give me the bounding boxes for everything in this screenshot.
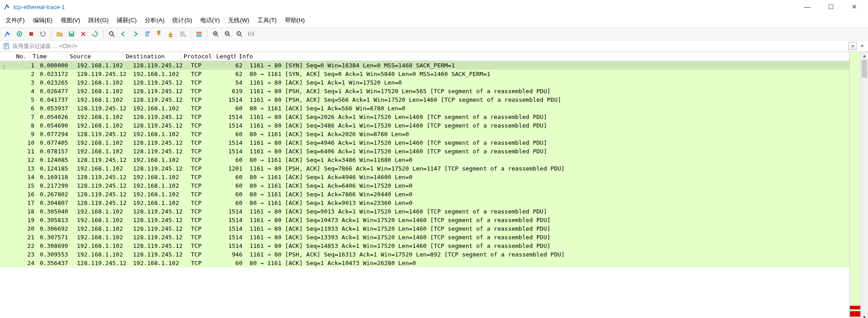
scroll-down-icon[interactable]: ▼ xyxy=(861,313,868,318)
packet-row[interactable]: 200.306692192.168.1.102128.119.245.12TCP… xyxy=(0,224,849,233)
packet-row[interactable]: 40.026477192.168.1.102128.119.245.12TCP6… xyxy=(0,87,849,95)
cell-time: 0.308699 xyxy=(37,242,74,250)
zoom-in-icon[interactable] xyxy=(211,29,221,39)
packet-row[interactable]: 130.124185192.168.1.102128.119.245.12TCP… xyxy=(0,164,849,173)
menu-analyze[interactable]: 分析(A) xyxy=(143,15,166,25)
minimize-button[interactable]: — xyxy=(801,3,814,10)
cell-destination: 128.119.245.12 xyxy=(130,251,188,258)
colorize-icon[interactable] xyxy=(194,29,204,39)
packet-rows[interactable]: ┌10.000000192.168.1.102128.119.245.12TCP… xyxy=(0,61,849,318)
packet-row[interactable]: 170.304807128.119.245.12192.168.1.102TCP… xyxy=(0,199,849,207)
cell-destination: 192.168.1.102 xyxy=(130,190,188,198)
cell-info: 80 → 1161 [ACK] Seq=1 Ack=7866 Win=20440… xyxy=(243,190,849,198)
packet-row[interactable]: 190.305813192.168.1.102128.119.245.12TCP… xyxy=(0,216,849,224)
packet-row[interactable]: 160.267802128.119.245.12192.168.1.102TCP… xyxy=(0,190,849,199)
cell-time: 0.054690 xyxy=(37,122,74,129)
menu-wireless[interactable]: 无线(W) xyxy=(226,15,251,25)
app-fin-icon[interactable] xyxy=(3,29,13,39)
menu-capture[interactable]: 捕获(C) xyxy=(115,15,138,25)
header-length[interactable]: Length xyxy=(213,52,236,61)
resize-columns-icon[interactable] xyxy=(246,29,256,39)
go-forward-icon[interactable] xyxy=(130,29,140,39)
zoom-out-icon[interactable] xyxy=(223,29,232,39)
packet-row[interactable]: 240.356437128.119.245.12192.168.1.102TCP… xyxy=(0,259,849,267)
close-file-icon[interactable] xyxy=(78,29,88,39)
go-back-icon[interactable] xyxy=(119,29,128,39)
open-file-icon[interactable] xyxy=(55,29,65,39)
vertical-scrollbar[interactable]: ▲ ▼ xyxy=(860,52,868,318)
packet-row[interactable]: 30.023265192.168.1.102128.119.245.12TCP5… xyxy=(0,78,849,87)
packet-row[interactable]: 230.309553192.168.1.102128.119.245.12TCP… xyxy=(0,250,849,259)
cell-no: 3 xyxy=(7,79,37,86)
cell-destination: 128.119.245.12 xyxy=(130,113,188,121)
packet-minimap[interactable] xyxy=(849,52,860,318)
add-filter-button[interactable]: + xyxy=(858,42,866,50)
save-icon[interactable] xyxy=(66,29,76,39)
close-button[interactable]: ✕ xyxy=(848,3,861,10)
restart-capture-icon[interactable] xyxy=(38,29,48,39)
tree-mark-icon xyxy=(0,122,7,129)
menu-help[interactable]: 帮助(H) xyxy=(283,15,307,25)
start-capture-icon[interactable] xyxy=(26,29,36,39)
cell-length: 1514 xyxy=(221,147,243,155)
cell-protocol: TCP xyxy=(188,199,221,207)
packet-row[interactable]: 60.053937128.119.245.12192.168.1.102TCP6… xyxy=(0,104,849,113)
packet-row[interactable]: 120.124085128.119.245.12192.168.1.102TCP… xyxy=(0,156,849,164)
cell-no: 21 xyxy=(7,233,37,241)
capture-options-icon[interactable] xyxy=(14,29,24,39)
menu-stats[interactable]: 统计(S) xyxy=(171,15,194,25)
maximize-button[interactable]: ☐ xyxy=(825,3,837,10)
zoom-reset-icon[interactable]: 1 xyxy=(234,29,244,39)
header-protocol[interactable]: Protocol xyxy=(181,52,213,61)
tree-mark-icon xyxy=(0,208,7,215)
packet-row[interactable]: 110.078157192.168.1.102128.119.245.12TCP… xyxy=(0,147,849,156)
header-no[interactable]: No. xyxy=(0,52,30,61)
bookmark-filter-icon[interactable] xyxy=(2,42,11,51)
autoscroll-icon[interactable] xyxy=(177,29,187,39)
packet-row[interactable]: 80.054690192.168.1.102128.119.245.12TCP1… xyxy=(0,121,849,130)
packet-row[interactable]: 150.217299128.119.245.12192.168.1.102TCP… xyxy=(0,181,849,190)
tree-mark-icon xyxy=(0,148,7,155)
toolbar-separator xyxy=(207,30,208,38)
reload-icon[interactable] xyxy=(90,29,100,39)
menu-file[interactable]: 文件(F) xyxy=(4,15,27,25)
display-filter-input[interactable] xyxy=(11,42,848,50)
scroll-up-icon[interactable]: ▲ xyxy=(861,52,868,60)
find-icon[interactable] xyxy=(107,29,117,39)
cell-protocol: TCP xyxy=(188,173,221,181)
go-last-icon[interactable] xyxy=(166,29,175,39)
menu-tools[interactable]: 工具(T) xyxy=(256,15,279,25)
packet-row[interactable]: 100.077405192.168.1.102128.119.245.12TCP… xyxy=(0,138,849,147)
packet-row[interactable]: 180.305040192.168.1.102128.119.245.12TCP… xyxy=(0,207,849,216)
header-source[interactable]: Source xyxy=(67,52,123,61)
menu-view[interactable]: 视图(V) xyxy=(59,15,82,25)
menu-edit[interactable]: 编辑(E) xyxy=(31,15,54,25)
menu-go[interactable]: 跳转(G) xyxy=(86,15,110,25)
app-fin-icon xyxy=(4,3,11,10)
packet-row[interactable]: 20.023172128.119.245.12192.168.1.102TCP6… xyxy=(0,70,849,78)
cell-time: 0.307571 xyxy=(37,233,74,241)
menu-telephony[interactable]: 电话(Y) xyxy=(199,15,222,25)
tree-mark-icon xyxy=(0,157,7,163)
cell-protocol: TCP xyxy=(188,70,221,78)
packet-row[interactable]: 220.308699192.168.1.102128.119.245.12TCP… xyxy=(0,242,849,250)
packet-row[interactable]: 210.307571192.168.1.102128.119.245.12TCP… xyxy=(0,233,849,242)
scroll-thumb[interactable] xyxy=(862,60,867,78)
header-info[interactable]: Info xyxy=(236,52,849,61)
packet-row[interactable]: 50.041737192.168.1.102128.119.245.12TCP1… xyxy=(0,95,849,104)
packet-row[interactable]: ┌10.000000192.168.1.102128.119.245.12TCP… xyxy=(0,61,849,70)
header-destination[interactable]: Destination xyxy=(123,52,181,61)
packet-row[interactable]: 70.054026192.168.1.102128.119.245.12TCP1… xyxy=(0,113,849,121)
packet-row[interactable]: 140.169118128.119.245.12192.168.1.102TCP… xyxy=(0,173,849,181)
filter-dropdown-icon[interactable]: ▾ xyxy=(848,42,857,50)
tree-mark-icon xyxy=(0,139,7,146)
header-time[interactable]: Time xyxy=(30,52,67,61)
cell-destination: 128.119.245.12 xyxy=(130,96,188,104)
go-first-icon[interactable] xyxy=(154,29,164,39)
column-headers[interactable]: No. Time Source Destination Protocol Len… xyxy=(0,52,849,61)
cell-protocol: TCP xyxy=(188,190,221,198)
cell-length: 1514 xyxy=(221,225,243,233)
packet-row[interactable]: 90.077294128.119.245.12192.168.1.102TCP6… xyxy=(0,130,849,138)
cell-source: 128.119.245.12 xyxy=(74,190,130,198)
jump-to-icon[interactable] xyxy=(142,29,152,39)
